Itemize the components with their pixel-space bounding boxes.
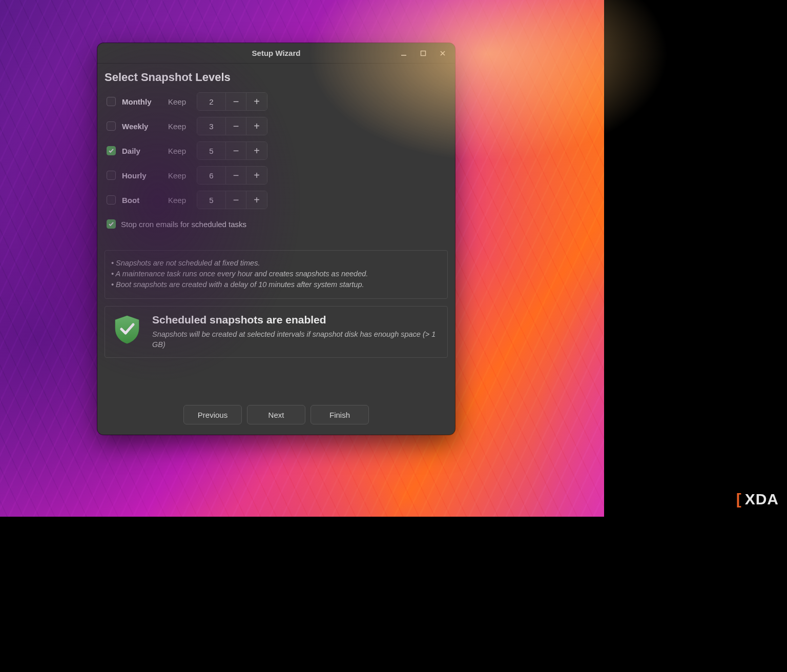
watermark-text: XDA xyxy=(745,491,779,508)
keep-label: Keep xyxy=(168,196,191,205)
keep-value[interactable]: 2 xyxy=(197,93,226,110)
decrement-button[interactable]: − xyxy=(226,191,246,209)
keep-value[interactable]: 5 xyxy=(197,142,226,159)
keep-value[interactable]: 6 xyxy=(197,167,226,184)
checkbox-stop-cron[interactable] xyxy=(107,219,116,229)
window-controls xyxy=(395,43,452,64)
xda-watermark: [XDA xyxy=(736,491,779,508)
page-title: Select Snapshot Levels xyxy=(105,71,448,84)
letterbox-bottom xyxy=(0,517,787,672)
checkbox-boot[interactable] xyxy=(107,195,116,205)
level-label: Weekly xyxy=(122,122,162,131)
window-title: Setup Wizard xyxy=(252,49,301,57)
keep-value[interactable]: 5 xyxy=(197,191,226,209)
checkbox-daily[interactable] xyxy=(107,146,116,155)
keep-label: Keep xyxy=(168,97,191,106)
decrement-button[interactable]: − xyxy=(226,117,246,135)
keep-label: Keep xyxy=(168,122,191,131)
keep-label: Keep xyxy=(168,147,191,155)
decrement-button[interactable]: − xyxy=(226,93,246,110)
maximize-icon xyxy=(420,50,426,56)
info-box: • Snapshots are not scheduled at fixed t… xyxy=(105,250,448,299)
keep-label: Keep xyxy=(168,171,191,180)
setup-wizard-window: Setup Wizard Select Snapshot Levels Mont… xyxy=(97,43,455,435)
increment-button[interactable]: + xyxy=(246,142,267,159)
increment-button[interactable]: + xyxy=(246,93,267,110)
snapshot-levels: Monthly Keep 2 − + Weekly Keep 3 − + xyxy=(107,92,448,209)
keep-spinner-monthly: 2 − + xyxy=(197,92,267,111)
info-line: • Snapshots are not scheduled at fixed t… xyxy=(111,258,441,269)
level-row-boot: Boot Keep 5 − + xyxy=(107,191,448,209)
level-row-daily: Daily Keep 5 − + xyxy=(107,141,448,160)
status-box: Scheduled snapshots are enabled Snapshot… xyxy=(105,306,448,358)
level-row-weekly: Weekly Keep 3 − + xyxy=(107,117,448,135)
previous-button[interactable]: Previous xyxy=(183,405,242,424)
increment-button[interactable]: + xyxy=(246,167,267,184)
increment-button[interactable]: + xyxy=(246,117,267,135)
checkbox-monthly[interactable] xyxy=(107,97,116,106)
level-label: Boot xyxy=(122,196,162,205)
decrement-button[interactable]: − xyxy=(226,142,246,159)
level-label: Hourly xyxy=(122,171,162,180)
close-icon xyxy=(440,50,446,56)
level-label: Daily xyxy=(122,147,162,155)
keep-spinner-boot: 5 − + xyxy=(197,191,267,209)
finish-button[interactable]: Finish xyxy=(310,405,369,424)
close-button[interactable] xyxy=(433,46,452,61)
svg-rect-0 xyxy=(401,55,406,56)
minimize-icon xyxy=(401,50,407,56)
status-description: Snapshots will be created at selected in… xyxy=(152,329,439,350)
svg-rect-1 xyxy=(421,51,426,56)
info-line: • A maintenance task runs once every hou… xyxy=(111,269,441,279)
checkbox-weekly[interactable] xyxy=(107,121,116,131)
decrement-button[interactable]: − xyxy=(226,167,246,184)
stop-cron-label: Stop cron emails for scheduled tasks xyxy=(121,220,246,229)
shield-check-icon xyxy=(113,315,141,347)
keep-spinner-hourly: 6 − + xyxy=(197,166,267,185)
titlebar: Setup Wizard xyxy=(97,43,455,64)
keep-spinner-daily: 5 − + xyxy=(197,141,267,160)
maximize-button[interactable] xyxy=(414,46,432,61)
increment-button[interactable]: + xyxy=(246,191,267,209)
bracket-icon: [ xyxy=(736,491,742,508)
level-row-monthly: Monthly Keep 2 − + xyxy=(107,92,448,111)
minimize-button[interactable] xyxy=(395,46,413,61)
wizard-footer: Previous Next Finish xyxy=(105,396,448,427)
checkbox-hourly[interactable] xyxy=(107,171,116,180)
content-area: Select Snapshot Levels Monthly Keep 2 − … xyxy=(97,64,455,435)
next-button[interactable]: Next xyxy=(247,405,305,424)
info-line: • Boot snapshots are created with a dela… xyxy=(111,279,441,290)
stop-cron-row: Stop cron emails for scheduled tasks xyxy=(107,219,448,229)
level-row-hourly: Hourly Keep 6 − + xyxy=(107,166,448,185)
level-label: Monthly xyxy=(122,97,162,106)
status-text: Scheduled snapshots are enabled Snapshot… xyxy=(152,314,439,350)
keep-value[interactable]: 3 xyxy=(197,117,226,135)
status-title: Scheduled snapshots are enabled xyxy=(152,314,439,326)
keep-spinner-weekly: 3 − + xyxy=(197,117,267,135)
